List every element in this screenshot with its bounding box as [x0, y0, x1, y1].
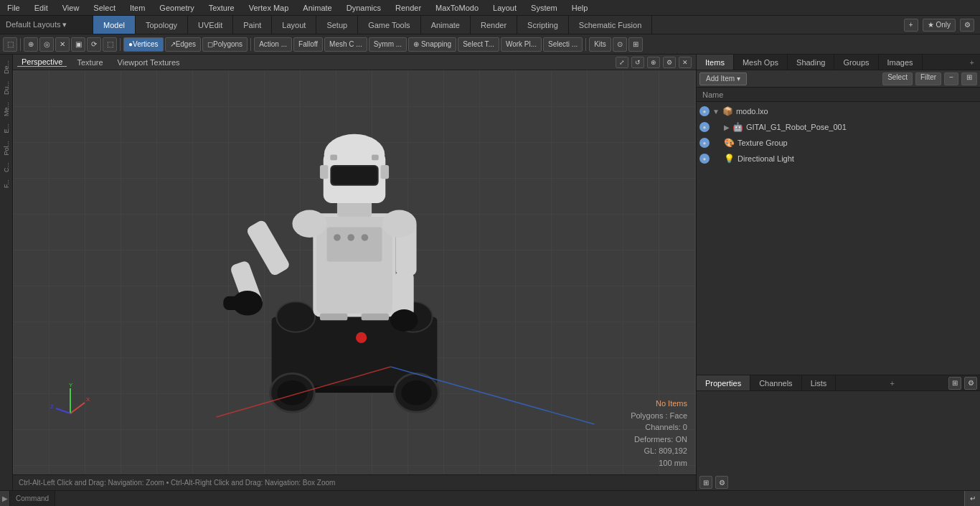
- toolbar-mode-icon[interactable]: ⬚: [3, 37, 17, 52]
- sidebar-label-me[interactable]: Me...: [3, 99, 10, 119]
- items-tab-meshops[interactable]: Mesh Ops: [734, 55, 788, 70]
- layout-tab-animate[interactable]: Animate: [421, 16, 471, 34]
- prop-tab-add-button[interactable]: +: [884, 375, 900, 390]
- layout-tab-paint[interactable]: Paint: [233, 16, 272, 34]
- items-expand-button[interactable]: ⊞: [961, 72, 977, 85]
- sidebar-label-c[interactable]: C...: [3, 159, 10, 175]
- item-eye-modo-lxo[interactable]: ●: [699, 106, 710, 116]
- menu-layout[interactable]: Layout: [490, 4, 519, 12]
- menu-dynamics[interactable]: Dynamics: [344, 4, 384, 12]
- layout-presets-dropdown[interactable]: Default Layouts ▾: [0, 16, 93, 34]
- menu-system[interactable]: System: [528, 4, 560, 12]
- command-enter-button[interactable]: ↵: [964, 491, 980, 506]
- layout-tab-layout[interactable]: Layout: [272, 16, 316, 34]
- items-list[interactable]: ● ▼ 📦 modo.lxo ● ▶ 🤖 GITAI_G1_Robot_Pose…: [697, 102, 980, 375]
- prop-expand-button[interactable]: ⊞: [948, 377, 961, 390]
- menu-item[interactable]: Item: [127, 4, 148, 12]
- edges-button[interactable]: ↗ Edges: [165, 37, 201, 52]
- viewport-canvas[interactable]: X Y Z No Items Polygons : Face Channels:…: [13, 70, 696, 474]
- viewport-settings-icon[interactable]: ⚙: [663, 57, 676, 68]
- viewport-tab-perspective[interactable]: Perspective: [17, 57, 67, 67]
- toolbar-box-icon[interactable]: ▣: [71, 37, 85, 52]
- toolbar-scale-icon[interactable]: ⬚: [103, 37, 117, 52]
- snapping-button[interactable]: ⊕ Snapping: [408, 37, 456, 52]
- fullscreen-button[interactable]: ⊞: [628, 37, 643, 52]
- viewport-move-icon[interactable]: ⤢: [616, 57, 628, 68]
- toolbar-rotate-icon[interactable]: ⟳: [87, 37, 101, 52]
- symmetry-button[interactable]: Symm ...: [369, 37, 407, 52]
- viewport-rotate-icon[interactable]: ↺: [631, 57, 644, 68]
- item-eye-light[interactable]: ●: [699, 154, 710, 164]
- layout-options-button[interactable]: ⚙: [960, 19, 974, 32]
- prop-footer-settings-button[interactable]: ⚙: [715, 476, 728, 489]
- prop-settings-button[interactable]: ⚙: [964, 377, 977, 390]
- sidebar-label-de[interactable]: De...: [3, 57, 10, 77]
- items-tab-add-button[interactable]: +: [964, 55, 980, 70]
- prop-tab-properties[interactable]: Properties: [697, 375, 750, 390]
- vertices-button[interactable]: ● Vertices: [123, 37, 164, 52]
- menu-geometry[interactable]: Geometry: [156, 4, 197, 12]
- kits-button[interactable]: Kits: [589, 37, 611, 52]
- add-layout-tab-button[interactable]: +: [904, 19, 918, 32]
- toolbar-center-icon[interactable]: ⊕: [24, 37, 38, 52]
- item-triangle-modo-lxo[interactable]: ▼: [712, 108, 720, 116]
- sidebar-label-du[interactable]: Du...: [3, 78, 10, 98]
- items-tab-groups[interactable]: Groups: [834, 55, 878, 70]
- menu-animate[interactable]: Animate: [300, 4, 334, 12]
- layout-tab-setup[interactable]: Setup: [316, 16, 358, 34]
- viewport-footer: Ctrl-Alt-Left Click and Drag: Navigation…: [13, 474, 696, 490]
- items-select-button[interactable]: Select: [882, 72, 913, 85]
- select-tools-button[interactable]: Select T...: [458, 37, 499, 52]
- viewport-zoom-icon[interactable]: ⊕: [647, 57, 660, 68]
- add-item-button[interactable]: Add Item ▾: [699, 72, 747, 85]
- item-eye-texture[interactable]: ●: [699, 138, 710, 148]
- action-button[interactable]: Action ...: [254, 37, 292, 52]
- layout-tab-uvedit[interactable]: UVEdit: [188, 16, 233, 34]
- viewport-close-icon[interactable]: ✕: [679, 57, 692, 68]
- layout-tab-render[interactable]: Render: [471, 16, 517, 34]
- item-row-robot[interactable]: ● ▶ 🤖 GITAI_G1_Robot_Pose_001: [697, 119, 980, 135]
- toolbar-cross-icon[interactable]: ✕: [55, 37, 70, 52]
- prop-tab-channels[interactable]: Channels: [750, 375, 801, 390]
- layout-tab-scripting[interactable]: Scripting: [517, 16, 569, 34]
- menu-edit[interactable]: Edit: [32, 4, 51, 12]
- workplane-button[interactable]: Work Pl...: [501, 37, 542, 52]
- items-tab-shading[interactable]: Shading: [788, 55, 834, 70]
- layout-tab-topology[interactable]: Topology: [136, 16, 188, 34]
- menu-file[interactable]: File: [4, 4, 23, 12]
- mesh-button[interactable]: Mesh C ...: [324, 37, 367, 52]
- items-tab-images[interactable]: Images: [879, 55, 923, 70]
- falloff-button[interactable]: Falloff: [293, 37, 323, 52]
- layout-tab-gametools[interactable]: Game Tools: [358, 16, 421, 34]
- sidebar-label-f[interactable]: F...: [3, 177, 10, 191]
- item-row-directional-light[interactable]: ● 💡 Directional Light: [697, 151, 980, 167]
- prop-tab-lists[interactable]: Lists: [802, 375, 837, 390]
- item-triangle-robot[interactable]: ▶: [724, 123, 730, 131]
- layout-tab-model[interactable]: Model: [93, 16, 136, 34]
- selecti-button[interactable]: Selecti ...: [543, 37, 583, 52]
- layout-tab-schematic[interactable]: Schematic Fusion: [569, 16, 652, 34]
- menu-texture[interactable]: Texture: [206, 4, 237, 12]
- sidebar-label-pol[interactable]: Pol...: [3, 138, 10, 159]
- menu-help[interactable]: Help: [569, 4, 591, 12]
- viewport-tab-viewport-textures[interactable]: Viewport Textures: [113, 58, 184, 67]
- viewport-tab-texture[interactable]: Texture: [72, 58, 107, 67]
- star-layout-button[interactable]: ★ Only: [923, 19, 956, 32]
- camera-button[interactable]: ⊙: [613, 37, 627, 52]
- items-minus-button[interactable]: −: [944, 72, 958, 85]
- items-tab-items[interactable]: Items: [697, 55, 734, 70]
- prop-footer-expand-button[interactable]: ⊞: [699, 476, 712, 489]
- menu-render[interactable]: Render: [392, 4, 424, 12]
- sidebar-label-e[interactable]: E...: [3, 121, 10, 136]
- polygons-button[interactable]: ◻ Polygons: [202, 37, 248, 52]
- menu-vertex-map[interactable]: Vertex Map: [246, 4, 292, 12]
- menu-maxtomodo[interactable]: MaxToModo: [433, 4, 481, 12]
- menu-select[interactable]: Select: [90, 4, 118, 12]
- menu-view[interactable]: View: [60, 4, 83, 12]
- item-row-texture-group[interactable]: ● 🎨 Texture Group: [697, 135, 980, 151]
- items-filter-button[interactable]: Filter: [915, 72, 941, 85]
- command-input[interactable]: [55, 491, 964, 506]
- item-row-modo-lxo[interactable]: ● ▼ 📦 modo.lxo: [697, 103, 980, 119]
- item-eye-robot[interactable]: ●: [699, 122, 710, 132]
- toolbar-circle-icon[interactable]: ◎: [39, 37, 54, 52]
